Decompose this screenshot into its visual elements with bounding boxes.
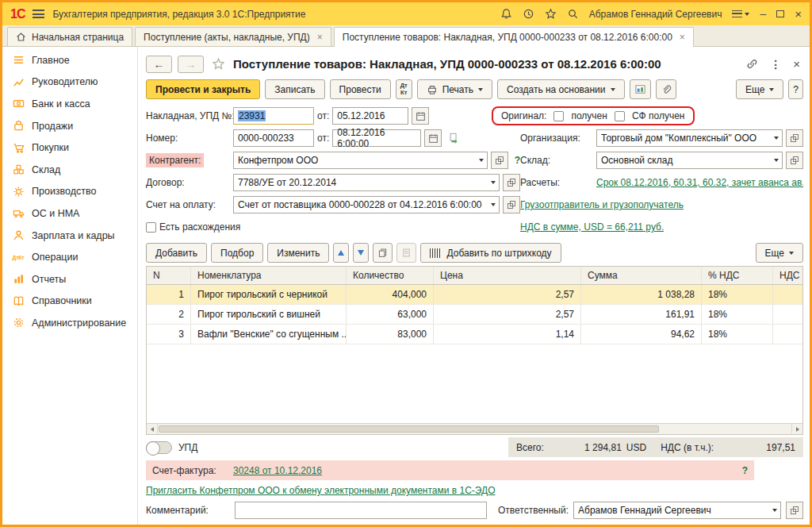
user-menu[interactable]: Абрамов Геннадий Сергеевич [589, 9, 722, 20]
edit-row-button[interactable]: Изменить [267, 243, 329, 263]
column-header-vat-rate[interactable]: % НДС [702, 267, 773, 284]
items-more-button[interactable]: Еще [756, 243, 803, 263]
write-button[interactable]: Записать [265, 79, 324, 99]
warehouse-open-button[interactable] [786, 152, 803, 169]
sidebar-item-prodazhi[interactable]: Продажи [2, 115, 137, 137]
sidebar-item-operatsii[interactable]: ДтКт Операции [2, 246, 137, 268]
original-received-label[interactable]: получен [571, 110, 607, 121]
sidebar-item-proizvodstvo[interactable]: Производство [2, 181, 137, 203]
organization-open-button[interactable] [786, 129, 803, 147]
warehouse-combo[interactable]: Основной склад [596, 152, 783, 169]
scrollbar-thumb[interactable] [159, 425, 659, 433]
invoice-number-input[interactable]: 23931 [233, 107, 314, 125]
calendar-button[interactable] [412, 107, 429, 125]
original-received-checkbox[interactable] [553, 111, 564, 121]
edo-invite-link[interactable]: Пригласить Конфетпром ООО к обмену элект… [146, 485, 496, 496]
sf-received-checkbox[interactable] [615, 111, 625, 121]
table-row[interactable]: 3 Вафли "Венские" со сгущенным ... 83,00… [147, 325, 802, 344]
discrepancies-checkbox[interactable] [146, 222, 156, 233]
copy-row-button[interactable] [373, 243, 393, 263]
contragent-combo[interactable]: Конфетпром ООО [233, 152, 488, 169]
invoice-date-input[interactable]: 05.12.2016 [332, 107, 408, 125]
more-button[interactable]: Еще [736, 79, 783, 99]
shipper-consignee-link[interactable]: Грузоотправитель и грузополучатель [520, 199, 684, 210]
favorite-star-icon[interactable] [212, 57, 225, 71]
favorites-star-icon[interactable] [545, 8, 557, 20]
notifications-bell-icon[interactable] [500, 8, 512, 20]
sidebar-item-sklad[interactable]: Склад [2, 159, 137, 181]
help-button[interactable]: ? [788, 79, 803, 99]
more-actions-icon[interactable]: ⋮ [770, 58, 781, 71]
history-icon[interactable] [523, 8, 534, 20]
invoice-received-link[interactable]: 30248 от 10.12.2016 [233, 465, 322, 476]
column-header-price[interactable]: Цена [434, 267, 581, 284]
contract-combo[interactable]: 7788/УЕ от 20.12.2014 [233, 174, 500, 191]
add-row-button[interactable]: Добавить [146, 243, 207, 263]
column-header-n[interactable]: N [147, 267, 191, 284]
responsible-open-button[interactable] [786, 502, 803, 519]
sidebar-item-pokupki[interactable]: Покупки [2, 137, 137, 159]
sidebar-item-glavnoe[interactable]: Главное [2, 49, 137, 71]
discrepancies-label[interactable]: Есть расхождения [159, 221, 240, 233]
sidebar-item-otchety[interactable]: Отчеты [2, 268, 137, 290]
sidebar-item-rukovoditelyu[interactable]: Руководителю [2, 71, 137, 94]
service-settings-menu[interactable] [732, 10, 749, 17]
print-button[interactable]: Печать [417, 79, 492, 99]
move-down-button[interactable] [353, 243, 369, 263]
column-header-vat[interactable]: НДС [773, 267, 802, 284]
responsible-combo[interactable]: Абрамов Геннадий Сергеевич [573, 502, 781, 519]
upd-toggle-label[interactable]: УПД [178, 442, 197, 453]
sidebar-item-bank-kassa[interactable]: Банк и касса [2, 93, 137, 115]
get-link-icon[interactable] [746, 58, 758, 70]
scroll-right-icon[interactable] [791, 424, 802, 434]
sidebar-item-os-nma[interactable]: ОС и НМА [2, 202, 137, 225]
sidebar-item-spravochniki[interactable]: Справочники [2, 290, 137, 313]
main-menu-button[interactable] [33, 10, 44, 18]
maximize-icon[interactable] [776, 10, 784, 17]
sf-received-label[interactable]: СФ получен [632, 110, 685, 121]
contragent-help-icon[interactable]: ? [515, 155, 520, 166]
tab-receipts-list[interactable]: Поступление (акты, накладные, УПД) × [135, 27, 331, 46]
move-up-button[interactable] [333, 243, 349, 263]
attachments-button[interactable] [656, 79, 676, 99]
contragent-open-button[interactable] [491, 152, 508, 169]
dtkt-button[interactable]: ДтКт [396, 79, 412, 99]
tab-goods-receipt[interactable]: Поступление товаров: Накладная, УПД 0000… [334, 27, 694, 47]
settlements-link[interactable]: Срок 08.12.2016, 60.31, 60.32, зачет ава… [596, 177, 803, 188]
minimize-icon[interactable]: – [760, 12, 766, 17]
scroll-left-icon[interactable] [147, 424, 158, 434]
forward-button[interactable]: → [178, 56, 204, 73]
search-icon[interactable] [567, 8, 579, 20]
related-reports-button[interactable] [630, 79, 651, 99]
payment-invoice-combo[interactable]: Счет от поставщика 0000-000228 от 04.12.… [233, 196, 500, 213]
column-header-sum[interactable]: Сумма [581, 267, 702, 284]
paste-row-button[interactable] [396, 243, 416, 263]
contract-open-button[interactable] [503, 174, 520, 191]
tab-close-icon[interactable]: × [680, 32, 685, 43]
calendar-button[interactable] [424, 129, 442, 147]
sidebar-item-zarplata-kadry[interactable]: Зарплата и кадры [2, 225, 137, 247]
create-based-button[interactable]: Создать на основании [497, 79, 625, 99]
payment-invoice-open-button[interactable] [503, 196, 520, 213]
number-input[interactable]: 0000-000233 [233, 129, 314, 147]
column-header-nomenclature[interactable]: Номенклатура [191, 267, 347, 284]
close-document-icon[interactable]: × [793, 57, 800, 71]
comment-input[interactable] [235, 502, 487, 519]
post-and-close-button[interactable]: Провести и закрыть [146, 79, 260, 99]
table-row[interactable]: 2 Пирог тирольский с вишней 63,000 2,57 … [147, 305, 802, 325]
tab-close-icon[interactable]: × [317, 32, 323, 43]
close-window-icon[interactable]: × [795, 8, 802, 20]
vat-in-total-link[interactable]: НДС в сумме, USD = 66,211 руб. [520, 221, 664, 233]
organization-combo[interactable]: Торговый дом "Комплексный" ООО [596, 129, 783, 147]
sidebar-item-administrirovanie[interactable]: Администрирование [2, 312, 137, 334]
tab-home[interactable]: Начальная страница [7, 27, 132, 46]
add-by-barcode-button[interactable]: Добавить по штрихкоду [420, 243, 561, 263]
pick-items-button[interactable]: Подбор [211, 243, 263, 263]
change-number-button[interactable] [445, 129, 462, 147]
post-button[interactable]: Провести [330, 79, 391, 99]
back-button[interactable]: ← [146, 56, 172, 73]
doc-date-input[interactable]: 08.12.2016 6:00:00 [332, 129, 421, 147]
horizontal-scrollbar[interactable] [147, 423, 802, 434]
upd-toggle[interactable] [146, 441, 172, 454]
column-header-quantity[interactable]: Количество [347, 267, 434, 284]
